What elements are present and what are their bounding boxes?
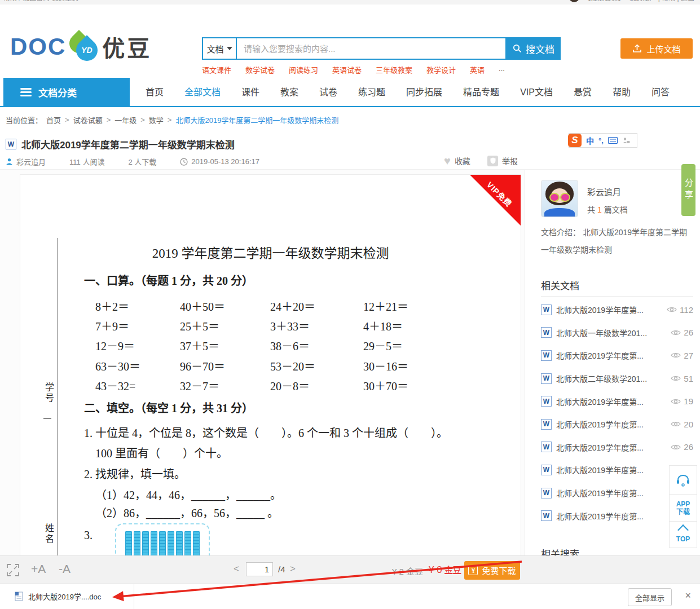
divider [134,584,134,609]
nav-item-all-docs[interactable]: 全部文档 [184,85,221,98]
hot-search-links: 语文课件 数学试卷 阅读练习 英语试卷 三年级教案 教学设计 英语 ... [202,64,505,75]
word-doc-icon: W [541,373,552,384]
related-doc-item[interactable]: W 北师大版2019学年度第... 26 [541,436,693,459]
eye-icon [671,352,681,359]
downloaded-filename[interactable]: 北师大版2019学....doc [28,591,101,602]
read-count: 111 人阅读 [69,156,104,167]
user-icon [6,158,13,165]
close-download-bar-icon[interactable]: × [685,590,691,602]
document-viewer[interactable]: VIP免费 学号 姓名 2019 学年度第二学期一年级数学期末检测 一、口算。（… [0,170,525,556]
math-problem: 30－16＝ [363,358,408,374]
exam-section-1: 一、口算。（每题 1 分，共 20 分） [84,272,253,288]
topbar-left-links[interactable]: 帮助 / 找回密码 我的主页 [3,0,78,2]
hot-link[interactable]: 英语 [470,64,485,75]
free-download-button[interactable]: ¥ 免费下载 [464,561,520,580]
sidebar-author-name[interactable]: 彩云追月 [587,186,621,197]
student-name-label: 姓名 [42,523,55,545]
page-total: /4 [278,564,285,574]
hot-link[interactable]: 三年级教案 [376,64,412,75]
hot-link-more[interactable]: ... [499,64,505,75]
hot-link[interactable]: 英语试卷 [332,64,362,75]
yen-icon: ¥ [468,566,478,575]
app-download-button[interactable]: APP 下载 [669,494,697,522]
breadcrumb-current: 北师大版2019学年度第二学期一年级数学期末检测 [175,114,338,125]
nav-item-bounty[interactable]: 悬赏 [574,85,592,98]
fullscreen-icon[interactable] [7,564,19,576]
ime-mode-chinese[interactable]: 中 [586,135,594,146]
report-button[interactable]: 举报 [487,155,518,166]
doc-category-button[interactable]: 文档分类 [3,78,130,106]
related-doc-item[interactable]: W 北师大版一年级数学201... 26 [541,321,693,345]
math-problem: 12＋21＝ [363,298,408,314]
ime-toolbar[interactable]: S 中 °, [569,133,637,148]
related-doc-item[interactable]: W 北师大版2019学年度第... 112 [541,298,693,321]
breadcrumb-link[interactable]: 数学 [149,114,164,125]
eye-icon [671,398,681,405]
topbar-user-menu[interactable]: 我的账户 | 帮助 | 退出 [629,0,694,2]
back-to-top-button[interactable]: TOP [669,521,697,548]
related-doc-item[interactable]: W 北师大版2019学年度第... 19 [541,390,693,413]
math-problem: 29－5＝ [363,337,403,354]
nav-items: 首页 全部文档 课件 教案 试卷 练习题 同步拓展 精品专题 VIP文档 悬赏 … [146,76,670,106]
related-doc-item[interactable]: W 北师大版二年级数学201... 51 [541,367,693,390]
breadcrumb-link[interactable]: 试卷试题 [73,114,103,125]
customer-service-button[interactable] [669,465,697,495]
math-problem: 53－20＝ [270,358,315,374]
nav-item-sync[interactable]: 同步拓展 [406,85,442,98]
eye-icon [671,375,681,382]
font-decrease-button[interactable]: -A [59,562,71,576]
show-all-downloads-button[interactable]: 全部显示 [628,588,672,606]
nav-item-courseware[interactable]: 课件 [241,85,259,98]
nav-item-featured[interactable]: 精品专题 [463,85,499,98]
nav-item-exams[interactable]: 试卷 [319,85,337,98]
nav-item-qa[interactable]: 问答 [651,85,670,98]
hamburger-icon [20,88,32,96]
doc-intro: 文档介绍： 北师大版2019学年度第二学期一年级数学期末检测 [541,224,691,259]
viewer-toolbar: +A -A < /4 > ¥ 2 金豆 ¥ 0金豆 ¥ 免费下载 [0,555,700,584]
breadcrumb-link[interactable]: 一年级 [115,114,137,125]
view-count: 27 [684,351,693,360]
hot-link[interactable]: 语文课件 [202,64,231,75]
math-problem: 20－8＝ [270,377,310,394]
nav-item-vip-docs[interactable]: VIP文档 [520,85,553,98]
font-increase-button[interactable]: +A [31,562,46,576]
search-input[interactable] [237,37,507,60]
hot-link[interactable]: 教学设计 [426,64,456,75]
math-problem: 8＋2＝ [95,298,129,314]
favorite-button[interactable]: ♥ 收藏 [444,155,470,166]
related-doc-item[interactable]: W 北师大版2019学年度第... 27 [541,344,693,367]
keyboard-icon[interactable] [608,137,618,144]
downloaded-file-entry[interactable]: 北师大版2019学....doc [15,591,101,602]
ime-tools-icon[interactable] [622,137,630,144]
word-doc-icon: W [541,350,552,361]
breadcrumb-link[interactable]: 首页 [46,114,61,125]
search-button[interactable]: 搜文档 [507,37,561,60]
word-doc-icon: W [541,442,552,452]
download-count: 2 人下载 [128,156,156,167]
math-problem: 3＋33＝ [270,317,310,334]
page-number-input[interactable] [246,562,273,576]
topbar-avatar[interactable] [569,0,579,2]
related-doc-item[interactable]: W 北师大版2019学年度第... 20 [541,413,693,436]
site-logo[interactable]: DOC YD 优豆 [10,30,152,63]
shield-icon [487,156,498,166]
word-doc-icon: W [541,510,552,521]
author-avatar[interactable] [541,180,578,217]
share-tab[interactable]: 分享 [681,164,695,216]
prev-page-button[interactable]: < [234,563,239,575]
main-nav: 文档分类 首页 全部文档 课件 教案 试卷 练习题 同步拓展 精品专题 VIP文… [0,76,700,107]
sogou-logo-icon[interactable]: S [568,134,582,147]
nav-item-home[interactable]: 首页 [146,85,164,98]
nav-item-lesson-plans[interactable]: 教案 [280,85,298,98]
ime-punctuation[interactable]: °, [598,136,604,145]
nav-item-exercises[interactable]: 练习题 [358,85,385,98]
hot-link[interactable]: 阅读练习 [289,64,318,75]
search-category-select[interactable]: 文档 [202,37,237,60]
next-page-button[interactable]: > [290,563,296,575]
hot-link[interactable]: 数学试卷 [245,64,275,75]
math-problem: 37＋5＝ [180,337,219,354]
view-count: 51 [684,374,693,383]
author-meta[interactable]: 彩云追月 [6,156,46,167]
nav-item-help[interactable]: 帮助 [613,85,631,98]
upload-doc-button[interactable]: 上传文档 [620,38,693,59]
